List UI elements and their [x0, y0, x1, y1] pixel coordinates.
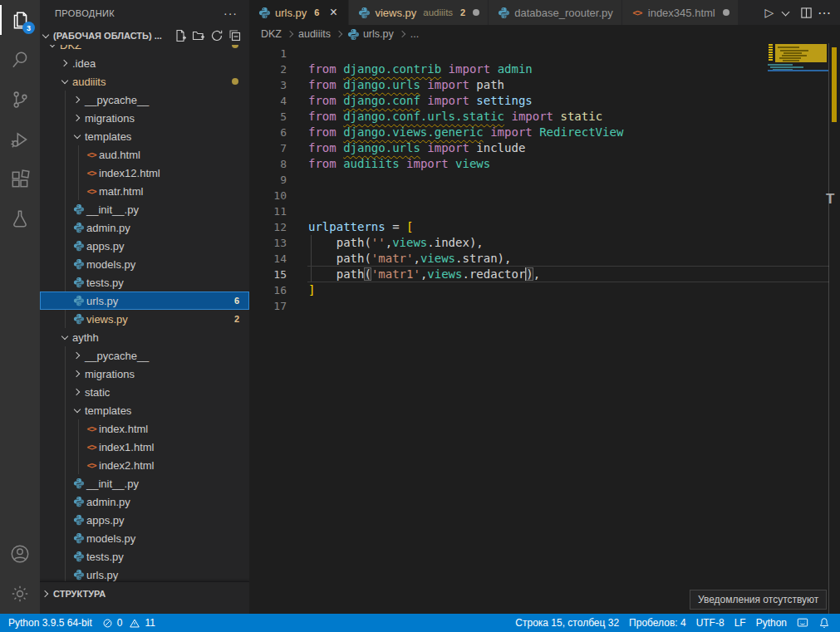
indentation-status[interactable]: Пробелов: 4: [624, 614, 691, 632]
new-folder-icon[interactable]: [189, 27, 208, 44]
feedback-smiley-icon[interactable]: [792, 614, 813, 632]
code-line-13[interactable]: 13 path('',views.index),: [249, 235, 840, 251]
tree-item--init-py[interactable]: __init__.py: [40, 200, 249, 218]
more-actions-icon[interactable]: [815, 3, 833, 22]
tab-index345-html[interactable]: <> index345.html: [622, 0, 739, 25]
line-number[interactable]: 6: [249, 125, 287, 140]
tree-item-index2-html[interactable]: <>index2.html: [40, 456, 249, 474]
code-line-12[interactable]: 12urlpatterns = [: [249, 219, 840, 235]
cursor-position-status[interactable]: Строка 15, столбец 32: [510, 614, 624, 632]
tree-item-dkz[interactable]: DKZ: [40, 45, 249, 54]
tree-item-apps-py[interactable]: apps.py: [40, 511, 249, 529]
tree-item--init-py[interactable]: __init__.py: [40, 474, 249, 492]
line-number[interactable]: 12: [249, 219, 287, 235]
code-line-15[interactable]: 15 path('matr1',views.redactor),: [249, 267, 840, 282]
tree-item-urls-py[interactable]: urls.py: [40, 566, 249, 581]
line-number[interactable]: 1: [249, 46, 287, 61]
tree-item-index12-html[interactable]: <>index12.html: [40, 164, 249, 182]
line-number[interactable]: 7: [249, 140, 287, 156]
tree-item-tests-py[interactable]: tests.py: [40, 273, 249, 292]
tree-item-admin-py[interactable]: admin.py: [40, 218, 249, 237]
tree-item-index-html[interactable]: <>index.html: [40, 419, 249, 438]
line-number[interactable]: 10: [249, 188, 287, 203]
modified-dot-icon[interactable]: [723, 9, 729, 16]
tab-database-roouter-py[interactable]: database_roouter.py: [489, 0, 622, 25]
tree-item-aud-html[interactable]: <>aud.html: [40, 145, 249, 164]
language-mode-status[interactable]: Python: [751, 614, 792, 632]
breadcrumb-item[interactable]: DKZ: [261, 28, 282, 40]
settings-gear-icon[interactable]: [0, 574, 40, 614]
tree-item-migrations[interactable]: migrations: [40, 109, 249, 127]
close-icon[interactable]: [327, 6, 340, 19]
line-number[interactable]: 2: [249, 61, 287, 77]
code-line-9[interactable]: 9: [249, 172, 840, 188]
tree-item--idea[interactable]: .idea: [40, 54, 249, 72]
account-icon[interactable]: [0, 534, 40, 574]
testing-icon[interactable]: [0, 199, 40, 239]
breadcrumb-item[interactable]: audiiits: [298, 28, 331, 40]
encoding-status[interactable]: UTF-8: [691, 614, 729, 632]
tree-item-aythh[interactable]: aythh: [40, 328, 249, 346]
minimap[interactable]: [768, 43, 828, 93]
run-python-file-icon[interactable]: [760, 3, 779, 22]
tree-item-tests-py[interactable]: tests.py: [40, 547, 249, 566]
extensions-icon[interactable]: [0, 159, 40, 199]
code-line-7[interactable]: 7from django.urls import include: [249, 140, 840, 156]
search-icon[interactable]: [0, 40, 40, 80]
outline-section-header[interactable]: СТРУКТУРА: [40, 581, 249, 614]
code-line-1[interactable]: 1: [249, 46, 840, 61]
code-line-10[interactable]: 10: [249, 188, 840, 203]
breadcrumb-item[interactable]: ...: [410, 28, 419, 40]
code-line-8[interactable]: 8from audiiits import views: [249, 156, 840, 172]
workspace-section-header[interactable]: (РАБОЧАЯ ОБЛАСТЬ) ...: [40, 27, 249, 45]
line-number[interactable]: 4: [249, 93, 287, 109]
line-number[interactable]: 14: [249, 251, 287, 267]
tree-item-admin-py[interactable]: admin.py: [40, 492, 249, 511]
notifications-bell-icon[interactable]: [813, 614, 835, 632]
split-editor-icon[interactable]: [797, 3, 815, 22]
code-line-2[interactable]: 2from django.contrib import admin: [249, 61, 840, 77]
tree-item-apps-py[interactable]: apps.py: [40, 237, 249, 255]
code-line-16[interactable]: 16]: [249, 282, 840, 298]
tree-item--pycache-[interactable]: __pycache__: [40, 346, 249, 365]
tree-item-audiiits[interactable]: audiiits: [40, 72, 249, 91]
tree-item-models-py[interactable]: models.py: [40, 529, 249, 547]
tree-item-static[interactable]: static: [40, 383, 249, 401]
refresh-icon[interactable]: [208, 27, 226, 44]
tree-item--pycache-[interactable]: __pycache__: [40, 91, 249, 109]
code-line-17[interactable]: 17: [249, 298, 840, 314]
tree-item-urls-py[interactable]: urls.py6: [40, 292, 249, 310]
line-number[interactable]: 3: [249, 77, 287, 93]
tree-item-views-py[interactable]: views.py2: [40, 310, 249, 328]
code-editor[interactable]: 12from django.contrib import admin3from …: [249, 43, 840, 614]
breadcrumb-item[interactable]: urls.py: [363, 28, 394, 40]
code-line-11[interactable]: 11: [249, 203, 840, 219]
code-line-3[interactable]: 3from django.urls import path: [249, 77, 840, 93]
new-file-icon[interactable]: [171, 27, 189, 44]
tree-item-matr-html[interactable]: <>matr.html: [40, 182, 249, 200]
tree-item-templates[interactable]: templates: [40, 401, 249, 419]
tab-views-py[interactable]: views.py audiiits 2: [349, 0, 489, 25]
tree-item-migrations[interactable]: migrations: [40, 365, 249, 383]
code-line-6[interactable]: 6from django.views.generic import Redire…: [249, 125, 840, 140]
code-line-4[interactable]: 4from django.conf import settings: [249, 93, 840, 109]
line-number[interactable]: 16: [249, 282, 287, 298]
run-dropdown-chevron-icon[interactable]: [780, 7, 792, 18]
problems-status[interactable]: 0 11: [97, 614, 160, 632]
modified-dot-icon[interactable]: [473, 9, 479, 16]
python-interpreter-status[interactable]: Python 3.9.5 64-bit: [3, 614, 97, 632]
line-number[interactable]: 15: [249, 267, 287, 282]
sidebar-more-actions-icon[interactable]: ···: [220, 7, 241, 20]
code-line-5[interactable]: 5from django.conf.urls.static import sta…: [249, 109, 840, 125]
tree-item-templates[interactable]: templates: [40, 127, 249, 145]
explorer-icon[interactable]: 3: [0, 0, 40, 40]
line-number[interactable]: 5: [249, 109, 287, 125]
line-number[interactable]: 8: [249, 156, 287, 172]
tree-item-index1-html[interactable]: <>index1.html: [40, 438, 249, 456]
line-number[interactable]: 13: [249, 235, 287, 251]
eol-status[interactable]: LF: [729, 614, 751, 632]
line-number[interactable]: 17: [249, 298, 287, 314]
source-control-icon[interactable]: [0, 80, 40, 120]
collapse-all-icon[interactable]: [226, 27, 244, 44]
line-number[interactable]: 11: [249, 203, 287, 219]
